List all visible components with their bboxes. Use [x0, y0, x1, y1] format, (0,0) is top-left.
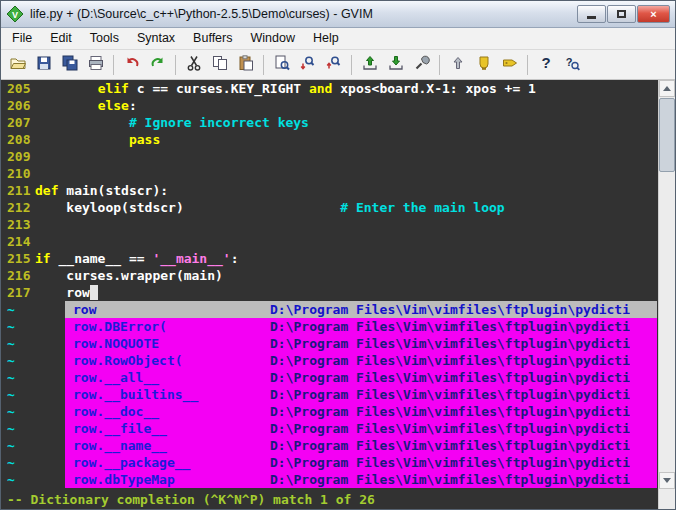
tilde-marker: ~	[1, 301, 35, 318]
editor-filler-line: ~row.__name__D:\Program Files\Vim\vimfil…	[1, 437, 658, 454]
menu-tools[interactable]: Tools	[81, 28, 128, 49]
completion-word: row.DBError(	[65, 318, 270, 335]
copy-button[interactable]	[207, 52, 232, 77]
code-line[interactable]: 210	[1, 165, 658, 182]
completion-item[interactable]: row.RowObject(D:\Program Files\Vim\vimfi…	[65, 352, 657, 369]
save-session-button[interactable]	[383, 52, 408, 77]
tag-jump-icon	[501, 54, 519, 76]
cut-button[interactable]	[181, 52, 206, 77]
svg-text:?: ?	[541, 54, 550, 71]
status-message: -- Dictionary completion (^K^N^P) match …	[7, 492, 375, 507]
close-icon: ×	[650, 8, 656, 20]
vertical-scrollbar[interactable]	[658, 80, 675, 489]
code-line[interactable]: 213	[1, 216, 658, 233]
menu-file[interactable]: File	[3, 28, 41, 49]
completion-item[interactable]: row.__package__D:\Program Files\Vim\vimf…	[65, 454, 657, 471]
editor[interactable]: 205 elif c == curses.KEY_RIGHT and xpos<…	[1, 80, 658, 489]
completion-source-path: D:\Program Files\Vim\vimfiles\ftplugin\p…	[270, 437, 630, 454]
completion-source-path: D:\Program Files\Vim\vimfiles\ftplugin\p…	[270, 318, 630, 335]
line-number: 213	[1, 216, 35, 233]
completion-item-selected[interactable]: rowD:\Program Files\Vim\vimfiles\ftplugi…	[65, 301, 657, 318]
completion-word: row.dbTypeMap	[65, 471, 270, 488]
menu-syntax[interactable]: Syntax	[128, 28, 184, 49]
code-line[interactable]: 208 pass	[1, 131, 658, 148]
find-prev-button[interactable]	[321, 52, 346, 77]
save-button[interactable]	[31, 52, 56, 77]
completion-item[interactable]: row.__all__D:\Program Files\Vim\vimfiles…	[65, 369, 657, 386]
code-line[interactable]: 207 # Ignore incorrect keys	[1, 114, 658, 131]
redo-button[interactable]	[145, 52, 170, 77]
menu-window[interactable]: Window	[241, 28, 303, 49]
find-button[interactable]	[269, 52, 294, 77]
completion-item[interactable]: row.__doc__D:\Program Files\Vim\vimfiles…	[65, 403, 657, 420]
tilde-marker: ~	[1, 318, 35, 335]
run-ctags-button[interactable]	[471, 52, 496, 77]
toolbar-separator	[351, 55, 352, 75]
load-session-button[interactable]	[357, 52, 382, 77]
tilde-marker: ~	[1, 386, 35, 403]
completion-item[interactable]: row.dbTypeMapD:\Program Files\Vim\vimfil…	[65, 471, 657, 488]
code-line[interactable]: 215if __name__ == '__main__':	[1, 250, 658, 267]
editor-filler-line: ~row.__builtins__D:\Program Files\Vim\vi…	[1, 386, 658, 403]
scroll-up-button[interactable]	[659, 80, 675, 97]
tilde-marker: ~	[1, 352, 35, 369]
find-next-button[interactable]	[295, 52, 320, 77]
find-help-button[interactable]: ?	[559, 52, 584, 77]
title-bar[interactable]: V life.py + (D:\Source\c_c++\Python-2.5.…	[1, 1, 675, 28]
editor-filler-line: ~row.NOQUOTED:\Program Files\Vim\vimfile…	[1, 335, 658, 352]
code-line[interactable]: 211def main(stdscr):	[1, 182, 658, 199]
run-script-button[interactable]	[409, 52, 434, 77]
maximize-button[interactable]	[607, 5, 636, 23]
load-session-icon	[361, 54, 379, 76]
code-text: # Ignore incorrect keys	[35, 114, 309, 131]
completion-item[interactable]: row.NOQUOTED:\Program Files\Vim\vimfiles…	[65, 335, 657, 352]
completion-source-path: D:\Program Files\Vim\vimfiles\ftplugin\p…	[270, 454, 630, 471]
code-line[interactable]: 205 elif c == curses.KEY_RIGHT and xpos<…	[1, 80, 658, 97]
undo-button[interactable]	[119, 52, 144, 77]
code-line[interactable]: 214	[1, 233, 658, 250]
menu-edit[interactable]: Edit	[41, 28, 81, 49]
paste-button[interactable]	[233, 52, 258, 77]
completion-source-path: D:\Program Files\Vim\vimfiles\ftplugin\p…	[270, 420, 630, 437]
menu-help[interactable]: Help	[304, 28, 348, 49]
save-all-button[interactable]	[57, 52, 82, 77]
minimize-button[interactable]	[577, 5, 606, 23]
print-button[interactable]	[83, 52, 108, 77]
code-line[interactable]: 216 curses.wrapper(main)	[1, 267, 658, 284]
help-button[interactable]: ?	[533, 52, 558, 77]
code-line[interactable]: 217 row	[1, 284, 658, 301]
completion-item[interactable]: row.__name__D:\Program Files\Vim\vimfile…	[65, 437, 657, 454]
code-line[interactable]: 212 keyloop(stdscr) # Enter the main loo…	[1, 199, 658, 216]
completion-word: row.RowObject(	[65, 352, 270, 369]
toolbar-separator	[113, 55, 114, 75]
code-line[interactable]: 206 else:	[1, 97, 658, 114]
completion-source-path: D:\Program Files\Vim\vimfiles\ftplugin\p…	[270, 352, 630, 369]
scroll-down-button[interactable]	[659, 472, 675, 489]
completion-item[interactable]: row.__builtins__D:\Program Files\Vim\vim…	[65, 386, 657, 403]
print-icon	[87, 54, 105, 76]
menu-bar: FileEditToolsSyntaxBuffersWindowHelp	[1, 28, 675, 50]
make-icon	[449, 54, 467, 76]
tag-jump-button[interactable]	[497, 52, 522, 77]
menu-buffers[interactable]: Buffers	[184, 28, 241, 49]
completion-item[interactable]: row.DBError(D:\Program Files\Vim\vimfile…	[65, 318, 657, 335]
scrollbar-thumb[interactable]	[659, 98, 675, 172]
tilde-marker: ~	[1, 454, 35, 471]
completion-source-path: D:\Program Files\Vim\vimfiles\ftplugin\p…	[270, 301, 630, 318]
code-line[interactable]: 209	[1, 148, 658, 165]
save-session-icon	[387, 54, 405, 76]
completion-word: row.__file__	[65, 420, 270, 437]
vim-diamond-icon: V	[6, 5, 24, 23]
line-number: 216	[1, 267, 35, 284]
completion-item[interactable]: row.__file__D:\Program Files\Vim\vimfile…	[65, 420, 657, 437]
resize-grip[interactable]	[658, 489, 675, 509]
run-ctags-icon	[475, 54, 493, 76]
code-text: if __name__ == '__main__':	[35, 250, 239, 267]
editor-filler-line: ~rowD:\Program Files\Vim\vimfiles\ftplug…	[1, 301, 658, 318]
open-button[interactable]	[5, 52, 30, 77]
close-button[interactable]: ×	[637, 5, 670, 23]
maximize-icon	[617, 10, 626, 18]
find-icon	[273, 54, 291, 76]
line-number: 217	[1, 284, 35, 301]
make-button[interactable]	[445, 52, 470, 77]
